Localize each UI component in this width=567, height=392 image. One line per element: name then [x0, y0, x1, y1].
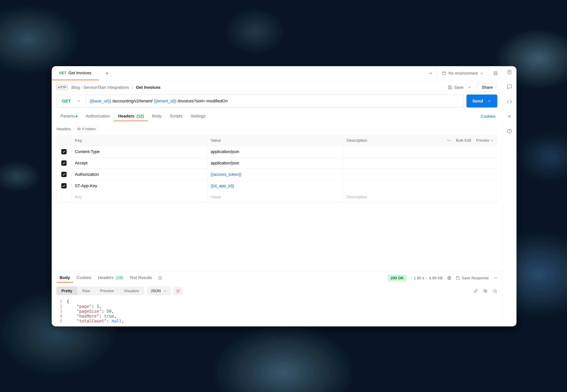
presets-dropdown[interactable]: Presets	[476, 138, 494, 143]
wrap-lines-button[interactable]	[173, 287, 183, 295]
status-badge: 200 OK	[387, 275, 407, 281]
send-button[interactable]: Send	[467, 95, 497, 108]
response-time: 1.80 s	[414, 276, 424, 280]
svg-point-27	[509, 130, 509, 130]
col-description: Description Bulk Edit Presets	[343, 135, 497, 146]
code-icon[interactable]	[506, 99, 512, 105]
header-description[interactable]	[343, 157, 497, 169]
header-key[interactable]: Content-Type	[71, 146, 207, 157]
new-description-input[interactable]: Description	[343, 191, 497, 203]
save-response-label: Save Response	[462, 276, 489, 280]
tab-scripts[interactable]: Scripts	[166, 112, 187, 121]
new-tab-button[interactable]	[99, 66, 115, 80]
row-checkbox[interactable]	[61, 183, 67, 188]
network-icon[interactable]	[447, 276, 452, 280]
bulk-edit-button[interactable]: Bulk Edit	[456, 138, 471, 143]
environment-selector[interactable]: No environment	[436, 66, 489, 80]
tab-method-badge: GET	[59, 71, 66, 75]
response-body[interactable]: 1{2 "page": 1,3 "pageSize": 50,4 "hasMor…	[52, 298, 502, 326]
headers-table: Key Value Description Bulk Edit Presets	[56, 135, 497, 203]
send-label: Send	[472, 98, 483, 104]
search-response-icon[interactable]	[493, 289, 497, 293]
request-tab[interactable]: GET Get Invoices	[52, 66, 99, 80]
save-response-button[interactable]: Save Response	[456, 276, 489, 280]
col-description-label: Description	[346, 138, 367, 143]
documentation-icon[interactable]	[506, 69, 512, 75]
tab-authorization[interactable]: Authorization	[82, 112, 114, 121]
resp-tab-body[interactable]: Body	[56, 273, 73, 283]
header-value[interactable]: application/json	[207, 146, 343, 157]
save-button[interactable]: Save	[446, 85, 465, 90]
resp-tab-cookies[interactable]: Cookies	[73, 273, 95, 283]
response-size: 6.89 KB	[429, 276, 443, 280]
resp-tab-headers[interactable]: Headers (18)	[95, 273, 126, 283]
svg-line-21	[496, 292, 497, 293]
breadcrumb-workspace[interactable]: Blog - ServiceTitan Integrations	[71, 85, 129, 90]
share-button[interactable]: Share	[477, 83, 497, 92]
view-preview[interactable]: Preview	[95, 287, 119, 295]
svg-point-8	[449, 140, 449, 141]
cookies-link[interactable]: Cookies	[479, 114, 497, 119]
response-more-icon[interactable]	[493, 276, 497, 280]
new-key-input[interactable]: Key	[71, 191, 207, 203]
url-bar: GET {{base_url}} /accounting/v2/tenant/ …	[56, 95, 464, 108]
view-raw[interactable]: Raw	[77, 287, 95, 295]
environment-quicklook-button[interactable]	[489, 66, 502, 80]
header-value[interactable]: application/json	[207, 157, 343, 169]
tab-params-label: Params	[61, 114, 75, 118]
environment-label: No environment	[448, 71, 478, 76]
tabs-overflow-button[interactable]	[425, 66, 436, 80]
history-icon[interactable]	[158, 276, 162, 280]
request-section-tabs: Params Authorization Headers (12) Body S…	[52, 111, 502, 122]
more-options-icon[interactable]	[447, 138, 451, 142]
save-dropdown[interactable]	[465, 85, 474, 89]
comments-icon[interactable]	[506, 84, 512, 90]
copy-link-icon[interactable]	[473, 289, 478, 293]
presets-label: Presets	[476, 138, 489, 143]
svg-point-6	[78, 128, 80, 129]
url-var-base: {{base_url}}	[90, 99, 111, 103]
header-description[interactable]	[343, 146, 497, 157]
header-value[interactable]: {{access_token}}	[207, 169, 343, 180]
url-seg2: /invoices?sort=-modifiedOn	[177, 99, 228, 103]
view-pretty[interactable]: Pretty	[56, 287, 77, 295]
view-visualize[interactable]: Visualize	[119, 287, 144, 295]
copy-response-icon[interactable]	[483, 289, 487, 293]
tab-headers-count: (12)	[137, 114, 144, 118]
resp-tab-test-results[interactable]: Test Results	[126, 273, 155, 283]
postman-window: GET Get Invoices No environment HTTP	[52, 66, 516, 326]
url-row: GET {{base_url}} /accounting/v2/tenant/ …	[52, 95, 502, 111]
breadcrumb: Blog - ServiceTitan Integrations / Get I…	[71, 85, 160, 90]
right-sidebar	[502, 66, 516, 326]
tab-body[interactable]: Body	[148, 112, 166, 121]
table-row: ST-App-Key{{st_app_id}}	[56, 180, 497, 191]
url-input[interactable]: {{base_url}} /accounting/v2/tenant/ {{te…	[86, 99, 464, 103]
header-key[interactable]: Authorization	[71, 169, 207, 180]
related-icon[interactable]	[506, 113, 512, 119]
table-header-row: Key Value Description Bulk Edit Presets	[56, 135, 497, 146]
row-checkbox[interactable]	[61, 160, 67, 166]
new-header-row[interactable]: Key Value Description	[56, 191, 497, 203]
hidden-count-label: 8 hidden	[82, 127, 96, 131]
format-select[interactable]: JSON	[147, 287, 171, 295]
header-description[interactable]	[343, 169, 497, 180]
tab-settings[interactable]: Settings	[186, 112, 210, 121]
tab-headers[interactable]: Headers (12)	[114, 112, 148, 121]
save-label: Save	[454, 85, 463, 90]
header-value[interactable]: {{st_app_id}}	[207, 180, 343, 191]
new-value-input[interactable]: Value	[207, 191, 343, 203]
resp-headers-count: (18)	[116, 275, 123, 280]
header-key[interactable]: Accept	[71, 157, 207, 169]
method-select[interactable]: GET	[56, 95, 86, 107]
header-description[interactable]	[343, 180, 497, 191]
row-checkbox[interactable]	[61, 149, 67, 154]
table-row: Authorization{{access_token}}	[56, 169, 497, 180]
svg-point-9	[450, 140, 451, 141]
url-seg1: /accounting/v2/tenant/	[111, 99, 154, 103]
info-icon[interactable]	[506, 128, 512, 134]
row-checkbox[interactable]	[61, 172, 67, 177]
header-key[interactable]: ST-App-Key	[71, 180, 207, 191]
hidden-headers-toggle[interactable]: 8 hidden	[74, 126, 99, 132]
main-area: GET Get Invoices No environment HTTP	[52, 66, 502, 326]
tab-params[interactable]: Params	[56, 112, 82, 121]
